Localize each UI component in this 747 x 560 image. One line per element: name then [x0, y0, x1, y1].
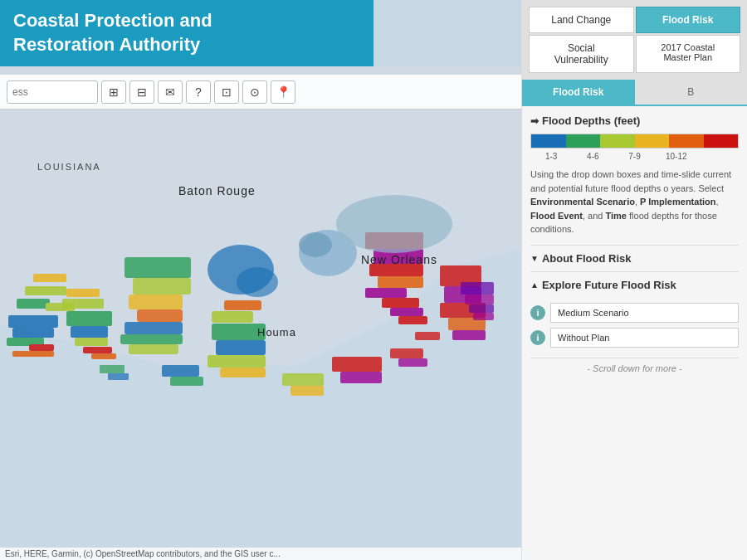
svg-rect-33 [378, 276, 423, 288]
svg-rect-39 [216, 340, 266, 355]
svg-rect-59 [415, 332, 440, 340]
svg-rect-57 [390, 348, 423, 358]
explore-content: i Medium Scenario i Without Plan [530, 298, 739, 358]
legend-label-4-6: 4-6 [572, 152, 613, 161]
help-button[interactable]: ? [186, 80, 211, 104]
svg-rect-37 [398, 316, 427, 324]
svg-point-64 [336, 195, 452, 253]
plan-row: i Without Plan [530, 328, 739, 348]
svg-rect-56 [108, 373, 129, 380]
svg-point-20 [237, 267, 278, 297]
panel-content: ➡ Flood Depths (feet) 1-3 4-6 7-9 10-12 … [522, 106, 747, 387]
houma-label: Houma [257, 326, 296, 338]
legend-color-10-12 [635, 134, 670, 148]
svg-point-2 [17, 365, 481, 465]
svg-rect-21 [124, 257, 191, 278]
plan-info-icon[interactable]: i [530, 330, 545, 345]
svg-rect-3 [8, 315, 58, 328]
svg-rect-34 [365, 288, 407, 298]
svg-rect-52 [290, 386, 324, 396]
legend-color-4-6 [566, 134, 601, 148]
svg-rect-50 [170, 377, 203, 386]
legend-color-high [704, 134, 739, 148]
coastal-master-plan-button[interactable]: 2017 Coastal Master Plan [636, 35, 741, 73]
right-panel: Land Change Flood Risk Social Vulnerabil… [521, 0, 747, 560]
legend-label-blank [697, 152, 739, 161]
svg-rect-23 [129, 295, 183, 309]
about-flood-risk-label: About Flood Risk [542, 252, 632, 265]
flood-legend-labels: 1-3 4-6 7-9 10-12 [530, 152, 739, 161]
svg-rect-55 [100, 365, 124, 373]
svg-rect-24 [137, 309, 183, 322]
svg-rect-22 [133, 278, 191, 295]
svg-rect-9 [33, 274, 66, 282]
flood-risk-button[interactable]: Flood Risk [636, 7, 741, 33]
new-orleans-label: New Orleans [361, 253, 437, 266]
svg-rect-51 [282, 373, 324, 386]
svg-rect-17 [83, 347, 112, 353]
flood-depths-title: Flood Depths (feet) [542, 114, 640, 127]
svg-point-29 [299, 232, 332, 257]
svg-rect-8 [25, 286, 66, 295]
svg-rect-53 [332, 357, 382, 372]
land-change-button[interactable]: Land Change [529, 7, 634, 33]
flood-risk-tab[interactable]: Flood Risk [522, 80, 635, 105]
legend-label-7-9: 7-9 [613, 152, 655, 161]
svg-rect-11 [12, 351, 54, 357]
legend-color-13 [669, 134, 704, 148]
site-title: Coastal Protection and Restoration Autho… [13, 9, 212, 56]
map-attribution: Esri, HERE, Garmin, (c) OpenStreetMap co… [0, 548, 521, 560]
header: Coastal Protection and Restoration Autho… [0, 0, 374, 66]
panel-tabs: Flood Risk B [522, 80, 747, 106]
flood-description: Using the drop down boxes and time-slide… [530, 168, 739, 236]
scenario-info-icon[interactable]: i [530, 305, 545, 320]
svg-rect-63 [473, 313, 494, 320]
svg-rect-25 [124, 322, 183, 334]
svg-rect-62 [469, 304, 494, 313]
panel-nav: Land Change Flood Risk Social Vulnerabil… [522, 0, 747, 80]
layers-button[interactable]: ⊞ [101, 80, 126, 104]
legend-label-1-3: 1-3 [530, 152, 572, 161]
svg-rect-6 [17, 299, 50, 309]
explore-future-section[interactable]: ▲ Explore Future Flood Risk [530, 271, 739, 298]
svg-rect-35 [382, 298, 419, 308]
social-vulnerability-button[interactable]: Social Vulnerability [529, 35, 634, 73]
baton-rouge-label: Baton Rouge [178, 184, 256, 197]
print-button[interactable]: ⊡ [214, 80, 239, 104]
medium-scenario-dropdown[interactable]: Medium Scenario [550, 303, 739, 323]
grid-button[interactable]: ⊟ [129, 80, 154, 104]
svg-rect-54 [340, 372, 382, 383]
svg-rect-12 [66, 311, 112, 326]
svg-rect-41 [220, 368, 266, 377]
second-tab[interactable]: B [635, 80, 748, 105]
legend-label-10-12: 10-12 [656, 152, 697, 161]
location-button[interactable]: 📍 [271, 80, 295, 104]
svg-rect-48 [452, 330, 486, 340]
svg-rect-14 [75, 338, 108, 346]
flood-depths-arrow: ➡ [530, 115, 539, 127]
scenario-row: i Medium Scenario [530, 303, 739, 323]
legend-color-7-9 [600, 134, 635, 148]
flood-legend-bar [530, 134, 739, 149]
search-input[interactable] [7, 80, 98, 104]
explore-collapse-icon: ▲ [530, 280, 539, 290]
svg-rect-43 [224, 300, 261, 310]
legend-color-1-3 [531, 134, 566, 148]
svg-rect-16 [66, 289, 100, 297]
svg-rect-61 [465, 295, 494, 304]
scroll-note: - Scroll down for more - [530, 358, 739, 378]
toolbar: ⊞ ⊟ ✉ ? ⊡ ⊙ 📍 [0, 75, 521, 110]
svg-rect-26 [120, 334, 183, 344]
without-plan-dropdown[interactable]: Without Plan [550, 328, 739, 348]
svg-rect-36 [390, 308, 423, 316]
svg-rect-58 [398, 358, 427, 367]
about-flood-risk-section[interactable]: ▼ About Flood Risk [530, 245, 739, 271]
email-button[interactable]: ✉ [158, 80, 183, 104]
svg-rect-42 [212, 311, 253, 323]
svg-rect-40 [208, 355, 266, 368]
svg-rect-15 [62, 299, 104, 309]
download-button[interactable]: ⊙ [242, 80, 267, 104]
svg-rect-4 [12, 328, 54, 338]
about-collapse-icon: ▼ [530, 254, 539, 263]
louisiana-label: LOUISIANA [37, 162, 101, 172]
